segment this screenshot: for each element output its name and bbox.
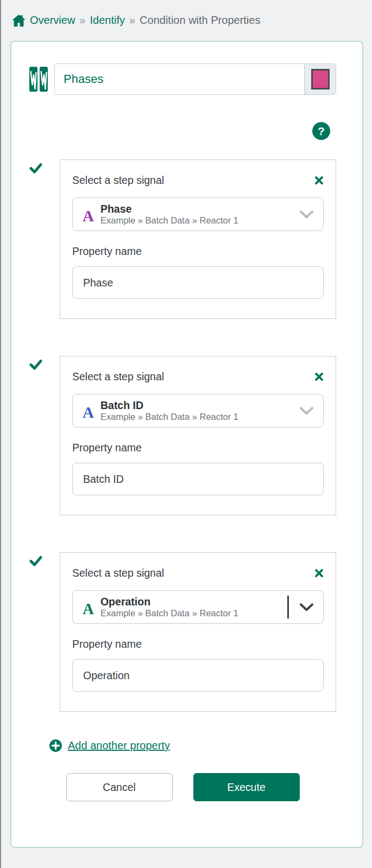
property-card: Select a step signal A Operation Example… [60,552,336,712]
remove-property-icon[interactable] [314,176,324,185]
select-signal-label: Select a step signal [72,371,164,383]
property-row: Select a step signal A Operation Example… [29,552,336,712]
condition-name-row [29,63,336,95]
breadcrumb-separator: » [129,14,135,27]
property-name-input[interactable] [72,659,324,692]
breadcrumb-separator: » [79,14,85,27]
property-card: Select a step signal A Batch ID Example … [60,356,336,515]
signal-name: Batch ID [100,399,238,412]
text-cursor [287,596,289,618]
add-another-property-link[interactable]: Add another property [68,739,170,752]
property-name-input[interactable] [72,266,324,299]
selected-signal: Phase Example » Batch Data » Reactor 1 [100,203,238,226]
select-signal-label: Select a step signal [72,174,164,187]
signal-name: Phase [100,203,238,215]
breadcrumb-overview[interactable]: Overview [30,14,75,27]
string-signal-icon: A [83,208,94,224]
execute-button[interactable]: Execute [193,773,300,801]
property-card: Select a step signal A Phase Example » B… [60,159,336,319]
signal-path: Example » Batch Data » Reactor 1 [100,608,238,618]
property-row: Select a step signal A Batch ID Example … [29,356,336,515]
property-name-label: Property name [72,442,324,454]
color-picker-button[interactable] [304,64,336,94]
string-signal-icon: A [83,601,94,617]
add-another-property[interactable]: Add another property [49,739,336,752]
valid-checkmark-icon [29,552,60,712]
home-icon[interactable] [12,15,26,27]
color-swatch [311,69,330,90]
property-row: Select a step signal A Phase Example » B… [29,159,336,319]
selected-signal: Batch ID Example » Batch Data » Reactor … [100,399,238,422]
signal-name: Operation [100,596,238,608]
chevron-down-icon [300,603,313,611]
string-signal-icon: A [83,405,94,420]
property-name-label: Property name [72,245,324,258]
valid-checkmark-icon [29,356,60,515]
breadcrumb-current-page: Condition with Properties [140,14,260,27]
signal-select[interactable]: A Phase Example » Batch Data » Reactor 1 [72,197,324,231]
selected-signal: Operation Example » Batch Data » Reactor… [100,596,238,618]
help-row: ? [29,122,336,140]
cancel-button[interactable]: Cancel [66,773,173,801]
remove-property-icon[interactable] [314,569,324,578]
breadcrumb: Overview » Identify » Condition with Pro… [1,0,372,27]
select-signal-label: Select a step signal [72,567,164,579]
chevron-down-icon [300,407,313,415]
remove-property-icon[interactable] [314,372,324,381]
signal-path: Example » Batch Data » Reactor 1 [100,215,238,226]
condition-name-input[interactable] [55,64,304,94]
condition-name-group [54,63,336,95]
help-icon[interactable]: ? [312,122,330,140]
condition-with-properties-tool-icon [29,66,48,93]
signal-select[interactable]: A Operation Example » Batch Data » React… [72,590,324,624]
signal-select[interactable]: A Batch ID Example » Batch Data » Reacto… [72,394,324,427]
property-name-input[interactable] [72,463,324,495]
valid-checkmark-icon [29,159,60,319]
action-buttons: Cancel Execute [29,773,336,801]
property-name-label: Property name [72,638,324,650]
chevron-down-icon [300,210,313,219]
plus-circle-icon[interactable] [49,739,62,752]
breadcrumb-identify[interactable]: Identify [90,14,124,27]
signal-path: Example » Batch Data » Reactor 1 [100,412,238,422]
tool-panel: ? Select a step signal A Phase Example »… [10,41,363,848]
